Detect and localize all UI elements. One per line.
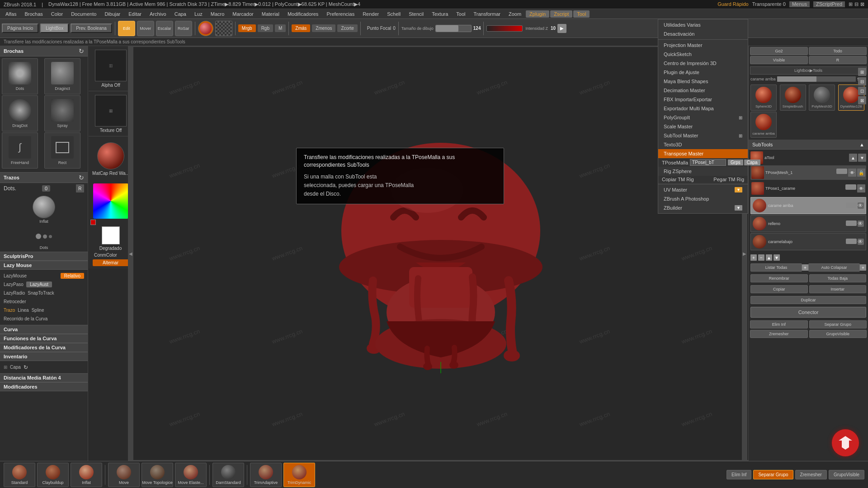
ri-icon1[interactable]: ⊞ xyxy=(858,68,866,76)
visible-btn[interactable]: Visible xyxy=(750,56,808,64)
menu-item-macro[interactable]: Macro xyxy=(207,10,228,18)
tool-sphere3d[interactable]: Sphere3D xyxy=(750,84,777,111)
go2-btn[interactable]: Go2 xyxy=(750,47,808,55)
bt-inflat[interactable]: Inflat xyxy=(71,463,102,487)
zplugin-polygroup[interactable]: PolyGroupIt ⊞ xyxy=(658,113,748,122)
tpose-carame-vis[interactable]: 👁 xyxy=(857,184,865,192)
ri-icon3[interactable]: ⊡ xyxy=(858,87,866,95)
menu-item-archivo[interactable]: Archivo xyxy=(146,10,170,18)
trazos-refresh-icon[interactable] xyxy=(79,174,84,181)
menu-item-dibujar[interactable]: Dibujar xyxy=(101,10,124,18)
lazy-rel-btn[interactable]: Relativo xyxy=(61,273,84,279)
menu-item-stencil[interactable]: Stencil xyxy=(405,10,427,18)
tool-simplebr[interactable]: SimpleBrush xyxy=(780,84,806,111)
zplugin-rig-zsphere[interactable]: Rig ZSphere xyxy=(658,167,748,176)
color-indicator[interactable] xyxy=(90,220,96,225)
more-info-btn[interactable]: ▶ xyxy=(557,24,566,33)
caramelo-vis[interactable]: 👁 xyxy=(858,239,864,245)
r-btn[interactable]: R xyxy=(809,56,867,64)
subtool-up-icon[interactable]: ▲ xyxy=(766,254,772,261)
move-btn[interactable]: Mover xyxy=(137,21,154,36)
carame-slider[interactable] xyxy=(777,76,856,82)
lazy-aust-val[interactable]: LazyAust xyxy=(26,282,52,287)
subtool-relleno[interactable]: relleno 👁 xyxy=(750,215,866,232)
zplugin-impresion[interactable]: Centro de Impresión 3D xyxy=(658,59,748,68)
zplugin-scale[interactable]: Scale Master xyxy=(658,122,748,131)
texture-panel[interactable]: ▦ Texture Off xyxy=(89,91,133,136)
mrgb-btn[interactable]: Mrgb xyxy=(238,24,256,32)
menus-label[interactable]: Menus xyxy=(789,1,810,7)
menu-item-documento[interactable]: Documento xyxy=(67,10,100,18)
draw-size-track[interactable] xyxy=(435,25,472,32)
tpose-mesh1-lock[interactable]: 🔒 xyxy=(857,169,865,177)
zplugin-ps[interactable]: ZBrush A Photoshop xyxy=(658,194,748,203)
bt-move-elastic[interactable]: Move Elaste... xyxy=(175,463,207,487)
menu-tool[interactable]: Tool xyxy=(573,10,590,18)
brush-spray[interactable]: Spray xyxy=(44,95,80,131)
sphere-icon-btn[interactable] xyxy=(198,21,213,36)
subtool-down-icon[interactable]: ▼ xyxy=(774,254,780,261)
tpose-mesh1-preview[interactable] xyxy=(751,166,764,179)
carame-vis[interactable]: 👁 xyxy=(858,202,864,209)
texture-preview[interactable]: ▦ xyxy=(95,95,127,127)
tool-polymesh[interactable]: PolyMesh3D xyxy=(809,84,835,111)
icon1[interactable]: ⊞ xyxy=(849,1,853,7)
zplugin-desactivacion[interactable]: Desactivación xyxy=(658,29,748,38)
subtool-caramelo[interactable]: caramelabajo 👁 xyxy=(750,233,866,250)
subtool-add-icon[interactable]: + xyxy=(750,254,757,261)
lightbox-btn[interactable]: LightBox xyxy=(40,23,69,33)
duplicar-btn[interactable]: Duplicar xyxy=(750,296,866,304)
bt-move[interactable]: Move xyxy=(108,463,140,487)
canvas-area[interactable]: www.rrcg.cn www.rrcg.cn www.rrcg.cn www.… xyxy=(133,46,748,461)
grupo-visible-bottom-btn[interactable]: GrupoVisible xyxy=(829,470,864,479)
alternar-btn[interactable]: Alternar xyxy=(93,259,129,266)
tpose-carame-toggle[interactable] xyxy=(845,184,856,190)
separar-grupo-btn[interactable]: Separar Grupo xyxy=(809,320,867,328)
tpose-grps-btn[interactable]: Grps xyxy=(728,160,743,165)
zplugin-exportador[interactable]: Exportador Multi Mapa xyxy=(658,104,748,113)
caramelo-toggle[interactable] xyxy=(846,239,857,244)
bt-trimdynamic[interactable]: TrimDynamic xyxy=(283,463,315,487)
zcorte-btn[interactable]: Zcorte xyxy=(337,24,357,32)
tpose-mesh1-vis[interactable]: 👁 xyxy=(848,169,856,177)
spline-label[interactable]: Spline xyxy=(32,307,44,314)
relleno-vis[interactable]: 👁 xyxy=(858,221,864,227)
elim-inf-btn[interactable]: Elim Inf xyxy=(750,320,808,328)
menu-item-brochas[interactable]: Brochas xyxy=(21,10,46,18)
bt-trimadaptive[interactable]: TrimAdaptive xyxy=(250,463,282,487)
connector-btn[interactable]: Conector xyxy=(750,307,866,318)
todo-btn[interactable]: Todo xyxy=(809,47,867,55)
separar-grupo-bottom-btn[interactable]: Separar Grupo xyxy=(753,470,793,479)
listar-plus[interactable]: + xyxy=(802,264,808,271)
subtool-section-header[interactable]: SubTools ▲ xyxy=(749,140,868,150)
subtool-remove-icon[interactable]: − xyxy=(758,254,764,261)
subtool-carame-arriba[interactable]: carame arriba 👁 xyxy=(750,197,866,214)
bt-damstandard[interactable]: DamStandard xyxy=(212,463,244,487)
trazo-label[interactable]: Trazo xyxy=(4,307,15,314)
zplugin-utilidades[interactable]: Utilidades Varias xyxy=(658,20,748,29)
guard-label[interactable]: Guard Rápido xyxy=(717,1,749,7)
menu-item-material[interactable]: Material xyxy=(258,10,283,18)
func-curva-header[interactable]: Funciones de la Curva xyxy=(0,334,88,343)
copiar-btn[interactable]: Copiar xyxy=(750,285,808,293)
brush-dots[interactable]: Dots xyxy=(2,58,38,94)
brush-draginct[interactable]: Draginct xyxy=(44,58,80,94)
prev-booleana-btn[interactable]: Prev. Booleana xyxy=(71,23,112,33)
alpha-panel[interactable]: ▥ Alpha Off xyxy=(89,46,133,91)
dots-val[interactable]: 0 xyxy=(42,185,50,192)
lazy-mouse-val[interactable]: LazyMouse xyxy=(4,272,27,279)
zplugin-texto3d[interactable]: Texto3D xyxy=(658,140,748,149)
zplugin-maya[interactable]: Maya Blend Shapes xyxy=(658,77,748,86)
menu-item-preferencias[interactable]: Preferencias xyxy=(323,10,358,18)
scale-btn[interactable]: Escalar xyxy=(156,21,173,36)
menu-item-marcador[interactable]: Marcador xyxy=(229,10,257,18)
sculptris-header[interactable]: SculptrisPro xyxy=(0,252,88,261)
menu-item-editar[interactable]: Editar xyxy=(125,10,145,18)
distancia-header[interactable]: Distancia Media Ratón 4 xyxy=(0,373,88,382)
zremesher-btn[interactable]: Zremesher xyxy=(750,330,808,338)
renombrar-btn[interactable]: Renombrar xyxy=(750,274,808,282)
brochas-refresh-icon[interactable] xyxy=(79,47,84,55)
bt-standard[interactable]: Standard xyxy=(4,463,35,487)
zmas-btn[interactable]: Zmás xyxy=(292,24,310,32)
zplugin-projection[interactable]: Projection Master xyxy=(658,41,748,50)
